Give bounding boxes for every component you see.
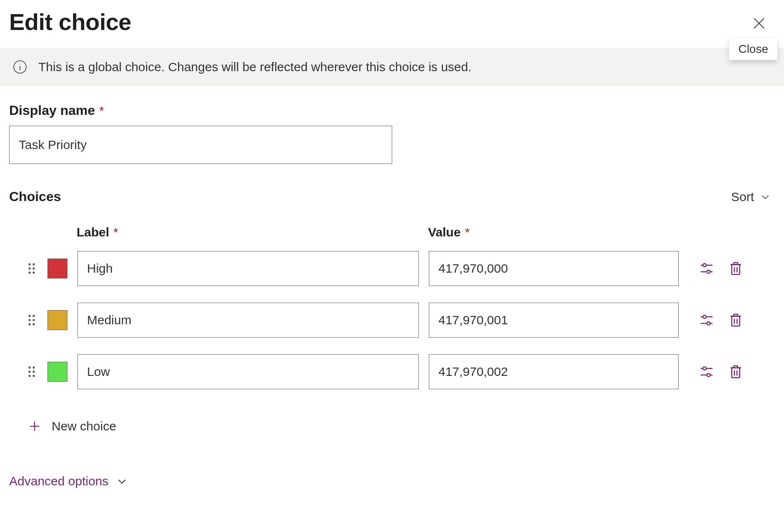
svg-point-21 — [32, 319, 35, 321]
svg-point-10 — [32, 271, 35, 273]
drag-handle[interactable] — [26, 312, 37, 328]
sliders-icon — [699, 364, 714, 380]
svg-point-33 — [28, 370, 30, 373]
choice-delete-button[interactable] — [726, 362, 745, 381]
svg-point-25 — [703, 315, 706, 318]
close-button[interactable] — [747, 11, 772, 36]
choice-settings-button[interactable] — [697, 311, 716, 330]
svg-rect-15 — [732, 265, 740, 275]
chevron-down-icon — [116, 475, 128, 487]
choice-label-input[interactable] — [77, 303, 419, 338]
new-choice-button[interactable]: New choice — [26, 416, 118, 437]
choice-value-input[interactable] — [429, 354, 679, 389]
column-header-label: Label — [77, 225, 109, 239]
grip-icon — [27, 365, 36, 378]
required-star: * — [99, 104, 104, 118]
svg-point-7 — [28, 267, 30, 269]
color-swatch[interactable] — [47, 259, 67, 278]
sliders-icon — [699, 312, 714, 328]
svg-point-20 — [28, 319, 30, 321]
advanced-options-toggle[interactable]: Advanced options — [9, 474, 128, 488]
svg-point-9 — [28, 271, 30, 273]
svg-rect-28 — [732, 316, 740, 326]
color-swatch[interactable] — [47, 310, 67, 330]
choice-delete-button[interactable] — [726, 259, 745, 278]
svg-point-18 — [28, 315, 30, 317]
close-icon — [752, 16, 767, 31]
svg-point-22 — [28, 323, 30, 325]
choice-label-input[interactable] — [77, 354, 419, 389]
drag-handle[interactable] — [26, 363, 37, 380]
grip-icon — [27, 314, 36, 326]
svg-point-27 — [707, 322, 710, 325]
display-name-label: Display name * — [9, 103, 775, 118]
sort-button[interactable]: Sort — [731, 190, 775, 204]
display-name-label-text: Display name — [9, 103, 95, 118]
trash-icon — [728, 261, 744, 276]
svg-point-12 — [703, 264, 706, 267]
choice-row — [26, 303, 771, 338]
display-name-input[interactable] — [9, 126, 392, 164]
svg-point-35 — [28, 375, 30, 377]
svg-point-34 — [32, 370, 35, 373]
info-banner-text: This is a global choice. Changes will be… — [38, 60, 472, 74]
info-banner: This is a global choice. Changes will be… — [0, 48, 784, 86]
sliders-icon — [699, 261, 714, 276]
choice-row — [26, 354, 771, 389]
trash-icon — [728, 364, 744, 380]
choices-column-headers: Label * Value * — [26, 225, 771, 239]
advanced-options-label: Advanced options — [9, 474, 109, 488]
svg-point-14 — [707, 270, 710, 273]
sort-button-label: Sort — [731, 190, 754, 204]
plus-icon — [27, 419, 42, 433]
color-swatch[interactable] — [47, 362, 67, 382]
required-star: * — [465, 225, 470, 239]
choice-value-input[interactable] — [429, 303, 679, 338]
svg-point-23 — [32, 323, 35, 325]
grip-icon — [27, 262, 36, 275]
svg-point-38 — [703, 367, 706, 370]
svg-point-19 — [32, 315, 35, 317]
choice-value-input[interactable] — [429, 251, 679, 286]
svg-rect-41 — [732, 368, 740, 378]
info-icon — [12, 60, 27, 75]
choice-row — [26, 251, 771, 286]
close-tooltip: Close — [729, 38, 777, 60]
new-choice-label: New choice — [52, 419, 116, 433]
choices-heading: Choices — [9, 189, 61, 204]
svg-point-5 — [28, 263, 30, 265]
panel-title: Edit choice — [9, 8, 131, 35]
required-star: * — [113, 225, 118, 239]
svg-point-4 — [20, 64, 20, 65]
svg-point-32 — [32, 366, 35, 368]
column-header-value: Value — [428, 225, 460, 239]
svg-point-36 — [32, 375, 35, 377]
choice-delete-button[interactable] — [726, 311, 745, 330]
svg-point-6 — [32, 263, 35, 265]
svg-point-40 — [707, 373, 710, 377]
svg-point-31 — [28, 366, 30, 368]
chevron-down-icon — [760, 191, 771, 202]
choice-settings-button[interactable] — [697, 362, 716, 381]
trash-icon — [728, 312, 744, 328]
choice-label-input[interactable] — [77, 251, 419, 286]
svg-point-8 — [32, 267, 35, 269]
drag-handle[interactable] — [26, 260, 37, 277]
choice-settings-button[interactable] — [697, 259, 716, 278]
